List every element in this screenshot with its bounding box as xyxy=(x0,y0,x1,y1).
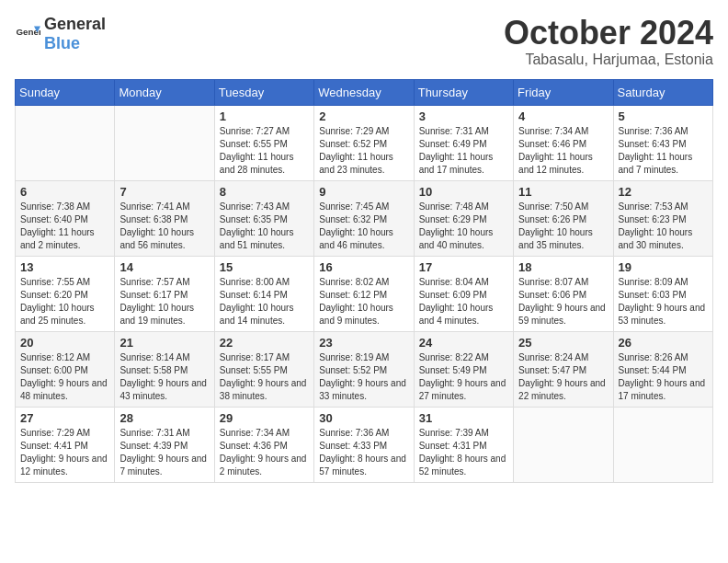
calendar-cell: 17Sunrise: 8:04 AMSunset: 6:09 PMDayligh… xyxy=(414,256,513,331)
day-number: 15 xyxy=(220,260,309,274)
calendar-cell: 2Sunrise: 7:29 AMSunset: 6:52 PMDaylight… xyxy=(314,105,414,180)
day-info: Sunrise: 8:17 AMSunset: 5:55 PMDaylight:… xyxy=(220,351,309,403)
calendar-cell: 19Sunrise: 8:09 AMSunset: 6:03 PMDayligh… xyxy=(613,256,712,331)
day-info: Sunrise: 7:57 AMSunset: 6:17 PMDaylight:… xyxy=(119,276,209,327)
calendar-cell xyxy=(613,407,712,482)
calendar-cell: 6Sunrise: 7:38 AMSunset: 6:40 PMDaylight… xyxy=(16,180,115,256)
day-number: 28 xyxy=(119,411,209,425)
day-info: Sunrise: 8:26 AMSunset: 5:44 PMDaylight:… xyxy=(619,351,708,403)
day-info: Sunrise: 8:24 AMSunset: 5:47 PMDaylight:… xyxy=(518,351,608,403)
day-info: Sunrise: 8:22 AMSunset: 5:49 PMDaylight:… xyxy=(419,351,508,403)
day-number: 10 xyxy=(419,185,508,199)
day-number: 9 xyxy=(319,185,408,199)
day-info: Sunrise: 7:39 AMSunset: 4:31 PMDaylight:… xyxy=(419,427,508,478)
calendar-cell: 3Sunrise: 7:31 AMSunset: 6:49 PMDaylight… xyxy=(414,105,513,180)
day-number: 6 xyxy=(20,185,109,199)
calendar-cell: 23Sunrise: 8:19 AMSunset: 5:52 PMDayligh… xyxy=(314,331,414,407)
calendar-cell: 14Sunrise: 7:57 AMSunset: 6:17 PMDayligh… xyxy=(115,256,214,331)
title-block: October 2024 Tabasalu, Harjumaa, Estonia xyxy=(504,15,713,68)
calendar-cell: 4Sunrise: 7:34 AMSunset: 6:46 PMDaylight… xyxy=(514,105,613,180)
day-number: 27 xyxy=(20,411,109,425)
calendar-cell: 26Sunrise: 8:26 AMSunset: 5:44 PMDayligh… xyxy=(613,331,712,407)
calendar-cell: 18Sunrise: 8:07 AMSunset: 6:06 PMDayligh… xyxy=(514,256,613,331)
day-info: Sunrise: 7:45 AMSunset: 6:32 PMDaylight:… xyxy=(319,201,408,252)
month-title: October 2024 xyxy=(504,15,713,52)
weekday-header-row: SundayMondayTuesdayWednesdayThursdayFrid… xyxy=(16,79,713,105)
day-number: 20 xyxy=(20,336,109,350)
day-number: 21 xyxy=(119,336,209,350)
logo-blue: Blue xyxy=(44,34,80,52)
logo-icon: General xyxy=(15,21,40,47)
calendar-cell: 21Sunrise: 8:14 AMSunset: 5:58 PMDayligh… xyxy=(115,331,214,407)
day-number: 5 xyxy=(619,109,708,123)
calendar-cell: 11Sunrise: 7:50 AMSunset: 6:26 PMDayligh… xyxy=(514,180,613,256)
day-number: 14 xyxy=(119,260,209,274)
weekday-header: Thursday xyxy=(414,79,513,105)
day-number: 8 xyxy=(220,185,309,199)
calendar-cell: 10Sunrise: 7:48 AMSunset: 6:29 PMDayligh… xyxy=(414,180,513,256)
calendar-cell: 16Sunrise: 8:02 AMSunset: 6:12 PMDayligh… xyxy=(314,256,414,331)
day-info: Sunrise: 8:12 AMSunset: 6:00 PMDaylight:… xyxy=(20,351,109,403)
calendar-cell: 28Sunrise: 7:31 AMSunset: 4:39 PMDayligh… xyxy=(115,407,214,482)
day-info: Sunrise: 7:27 AMSunset: 6:55 PMDaylight:… xyxy=(220,125,309,177)
day-number: 1 xyxy=(220,109,309,123)
calendar-cell xyxy=(514,407,613,482)
day-number: 23 xyxy=(319,336,408,350)
logo-general: General xyxy=(44,15,106,33)
calendar-table: SundayMondayTuesdayWednesdayThursdayFrid… xyxy=(15,79,713,483)
weekday-header: Wednesday xyxy=(314,79,414,105)
day-info: Sunrise: 7:29 AMSunset: 6:52 PMDaylight:… xyxy=(319,125,408,177)
day-info: Sunrise: 8:19 AMSunset: 5:52 PMDaylight:… xyxy=(319,351,408,403)
day-number: 30 xyxy=(319,411,408,425)
day-info: Sunrise: 8:14 AMSunset: 5:58 PMDaylight:… xyxy=(119,351,209,403)
day-info: Sunrise: 7:36 AMSunset: 4:33 PMDaylight:… xyxy=(319,427,408,478)
calendar-week-row: 20Sunrise: 8:12 AMSunset: 6:00 PMDayligh… xyxy=(16,331,713,407)
day-info: Sunrise: 8:00 AMSunset: 6:14 PMDaylight:… xyxy=(220,276,309,327)
day-number: 11 xyxy=(518,185,608,199)
day-number: 26 xyxy=(619,336,708,350)
day-number: 17 xyxy=(419,260,508,274)
day-number: 2 xyxy=(319,109,408,123)
day-number: 18 xyxy=(518,260,608,274)
day-info: Sunrise: 7:48 AMSunset: 6:29 PMDaylight:… xyxy=(419,201,508,252)
calendar-cell: 5Sunrise: 7:36 AMSunset: 6:43 PMDaylight… xyxy=(613,105,712,180)
calendar-cell: 29Sunrise: 7:34 AMSunset: 4:36 PMDayligh… xyxy=(214,407,313,482)
calendar-cell: 25Sunrise: 8:24 AMSunset: 5:47 PMDayligh… xyxy=(514,331,613,407)
calendar-cell: 20Sunrise: 8:12 AMSunset: 6:00 PMDayligh… xyxy=(16,331,115,407)
day-info: Sunrise: 7:36 AMSunset: 6:43 PMDaylight:… xyxy=(619,125,708,177)
logo-text: General Blue xyxy=(44,15,106,53)
weekday-header: Friday xyxy=(514,79,613,105)
weekday-header: Monday xyxy=(115,79,214,105)
calendar-week-row: 1Sunrise: 7:27 AMSunset: 6:55 PMDaylight… xyxy=(16,105,713,180)
day-info: Sunrise: 7:41 AMSunset: 6:38 PMDaylight:… xyxy=(119,201,209,252)
calendar-cell: 12Sunrise: 7:53 AMSunset: 6:23 PMDayligh… xyxy=(613,180,712,256)
day-number: 3 xyxy=(419,109,508,123)
calendar-week-row: 13Sunrise: 7:55 AMSunset: 6:20 PMDayligh… xyxy=(16,256,713,331)
calendar-week-row: 27Sunrise: 7:29 AMSunset: 4:41 PMDayligh… xyxy=(16,407,713,482)
day-number: 19 xyxy=(619,260,708,274)
day-number: 4 xyxy=(518,109,608,123)
calendar-week-row: 6Sunrise: 7:38 AMSunset: 6:40 PMDaylight… xyxy=(16,180,713,256)
day-info: Sunrise: 8:02 AMSunset: 6:12 PMDaylight:… xyxy=(319,276,408,327)
day-info: Sunrise: 7:38 AMSunset: 6:40 PMDaylight:… xyxy=(20,201,109,252)
day-number: 12 xyxy=(619,185,708,199)
day-info: Sunrise: 7:50 AMSunset: 6:26 PMDaylight:… xyxy=(518,201,608,252)
day-info: Sunrise: 7:31 AMSunset: 6:49 PMDaylight:… xyxy=(419,125,508,177)
calendar-cell: 13Sunrise: 7:55 AMSunset: 6:20 PMDayligh… xyxy=(16,256,115,331)
weekday-header: Tuesday xyxy=(214,79,313,105)
calendar-cell: 22Sunrise: 8:17 AMSunset: 5:55 PMDayligh… xyxy=(214,331,313,407)
day-number: 7 xyxy=(119,185,209,199)
day-info: Sunrise: 7:43 AMSunset: 6:35 PMDaylight:… xyxy=(220,201,309,252)
weekday-header: Saturday xyxy=(613,79,712,105)
day-info: Sunrise: 7:31 AMSunset: 4:39 PMDaylight:… xyxy=(119,427,209,478)
calendar-cell: 30Sunrise: 7:36 AMSunset: 4:33 PMDayligh… xyxy=(314,407,414,482)
logo: General General Blue xyxy=(15,15,106,53)
day-info: Sunrise: 7:29 AMSunset: 4:41 PMDaylight:… xyxy=(20,427,109,478)
day-number: 13 xyxy=(20,260,109,274)
calendar-cell: 27Sunrise: 7:29 AMSunset: 4:41 PMDayligh… xyxy=(16,407,115,482)
day-info: Sunrise: 8:09 AMSunset: 6:03 PMDaylight:… xyxy=(619,276,708,327)
day-info: Sunrise: 8:07 AMSunset: 6:06 PMDaylight:… xyxy=(518,276,608,327)
calendar-cell xyxy=(115,105,214,180)
day-info: Sunrise: 7:55 AMSunset: 6:20 PMDaylight:… xyxy=(20,276,109,327)
location-title: Tabasalu, Harjumaa, Estonia xyxy=(504,52,713,68)
